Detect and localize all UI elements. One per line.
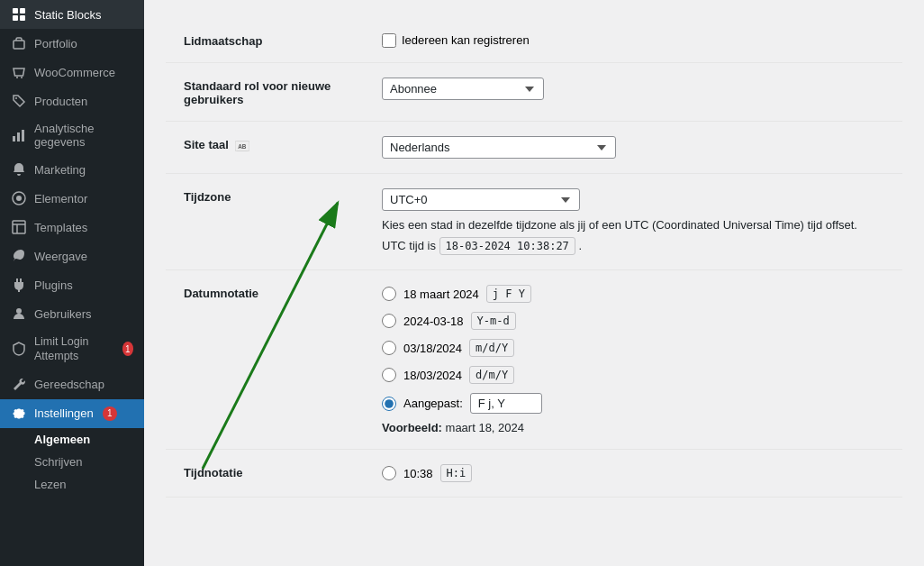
radio-datum-3[interactable] (382, 368, 396, 382)
label-site-taal: Site taal AB (184, 136, 382, 151)
grid-icon (11, 6, 27, 23)
datum-preview: Voorbeeld: maart 18, 2024 (382, 421, 884, 434)
radio-datum-1[interactable] (382, 314, 396, 328)
bag-icon (11, 64, 27, 80)
svg-rect-2 (13, 15, 18, 21)
user-icon (11, 306, 27, 322)
svg-point-19 (16, 308, 22, 314)
sidebar-label: Weergave (34, 250, 87, 263)
checkbox-label-lidmaatschap[interactable]: Iedereen kan registreren (382, 33, 884, 48)
custom-date-input[interactable] (470, 393, 542, 414)
radio-datum-custom[interactable] (382, 397, 396, 411)
badge-limit-login: 1 (122, 342, 133, 356)
label-tijdnotatie: Tijdnotatie (184, 464, 382, 479)
radio-tijd-0[interactable] (382, 466, 396, 480)
wrench-icon (11, 377, 27, 393)
radio-item-datum-0: 18 maart 2024 j F Y (382, 285, 884, 303)
row-datumnotatie: Datumnotatie 18 maart 2024 j F Y 2024-03… (166, 270, 902, 450)
sidebar-item-woocommerce[interactable]: WooCommerce (0, 58, 144, 87)
shield-icon (11, 341, 27, 357)
bell-icon (11, 161, 27, 178)
radio-item-datum-3: 18/03/2024 d/m/Y (382, 366, 884, 384)
sidebar-label: Gereedschap (34, 378, 104, 391)
sidebar-sub-algemeen[interactable]: Algemeen (0, 428, 144, 451)
brush-icon (11, 248, 27, 264)
control-datumnotatie: 18 maart 2024 j F Y 2024-03-18 Y-m-d 03/… (382, 285, 884, 434)
sidebar-sub-schrijven[interactable]: Schrijven (0, 451, 144, 473)
preview-value: maart 18, 2024 (446, 421, 524, 434)
svg-rect-8 (13, 136, 15, 142)
radio-datum-0[interactable] (382, 287, 396, 301)
svg-point-12 (16, 196, 22, 201)
sidebar-sub-lezen[interactable]: Lezen (0, 473, 144, 496)
label-standaard-rol: Standaard rol voor nieuwe gebruikers (184, 78, 382, 106)
sidebar: Static Blocks Portfolio WooCommerce Prod… (0, 0, 144, 566)
format-code-datum-1: Y-m-d (471, 312, 516, 330)
sidebar-item-plugins[interactable]: Plugins (0, 270, 144, 299)
svg-point-5 (16, 77, 18, 78)
sidebar-item-templates[interactable]: Templates (0, 213, 144, 242)
sidebar-item-instellingen[interactable]: Instellingen 1 (0, 399, 144, 428)
control-site-taal: Nederlands English Deutsch Français (382, 136, 884, 159)
sidebar-label: Plugins (34, 278, 73, 292)
utc-label: UTC tijd is (382, 239, 436, 252)
svg-rect-4 (14, 41, 24, 49)
svg-rect-16 (16, 278, 18, 282)
svg-rect-9 (17, 132, 20, 142)
sidebar-item-portfolio[interactable]: Portfolio (0, 29, 144, 58)
content-wrapper: Lidmaatschap Iedereen kan registreren St… (144, 0, 924, 566)
sidebar-item-limit-login[interactable]: Limit Login Attempts 1 (0, 328, 144, 370)
utc-value: 18-03-2024 10:38:27 (439, 237, 575, 255)
gear-icon (11, 406, 27, 422)
sidebar-item-static-blocks[interactable]: Static Blocks (0, 0, 144, 29)
preview-label: Voorbeeld: (382, 421, 442, 434)
svg-rect-13 (13, 221, 25, 233)
sidebar-item-elementor[interactable]: Elementor (0, 184, 144, 213)
svg-point-6 (21, 77, 23, 78)
sidebar-label: Instellingen (34, 406, 94, 420)
radio-label-datum-1: 2024-03-18 (403, 315, 464, 328)
svg-rect-18 (18, 289, 20, 292)
row-tijdnotatie: Tijdnotatie 10:38 H:i (166, 450, 902, 498)
radio-group-tijd: 10:38 H:i (382, 464, 884, 482)
row-lidmaatschap: Lidmaatschap Iedereen kan registreren (166, 18, 902, 63)
label-datumnotatie: Datumnotatie (184, 285, 382, 300)
sidebar-item-gereedschap[interactable]: Gereedschap (0, 370, 144, 399)
utc-suffix: . (578, 239, 582, 252)
select-standaard-rol[interactable]: Abonnee Inzender Auteur Redacteur Beheer… (382, 78, 544, 100)
sidebar-label: WooCommerce (34, 66, 115, 79)
sidebar-item-analytische[interactable]: Analytische gegevens (0, 115, 144, 155)
sidebar-label: Static Blocks (34, 8, 101, 22)
sidebar-item-gebruikers[interactable]: Gebruikers (0, 299, 144, 328)
checkbox-lidmaatschap[interactable] (382, 33, 396, 48)
site-taal-icon: AB (235, 138, 249, 151)
control-tijdzone: UTC+0 UTC+1 UTC+2 UTC-1 UTC-5 Kies een s… (382, 188, 884, 255)
radio-datum-2[interactable] (382, 341, 396, 355)
sidebar-label: Templates (34, 221, 87, 234)
control-lidmaatschap: Iedereen kan registreren (382, 33, 884, 48)
sidebar-label: Limit Login Attempts (34, 334, 113, 364)
utc-time-row: UTC tijd is 18-03-2024 10:38:27 . (382, 237, 884, 255)
checkbox-text-lidmaatschap: Iedereen kan registreren (402, 33, 530, 47)
svg-rect-0 (13, 8, 18, 14)
sidebar-label: Producten (34, 95, 87, 108)
svg-rect-10 (22, 130, 24, 142)
svg-rect-3 (20, 15, 25, 21)
sidebar-label: Gebruikers (34, 307, 92, 321)
sidebar-item-marketing[interactable]: Marketing (0, 155, 144, 184)
tag-icon (11, 93, 27, 109)
sidebar-item-producten[interactable]: Producten (0, 87, 144, 115)
select-tijdzone[interactable]: UTC+0 UTC+1 UTC+2 UTC-1 UTC-5 (382, 188, 580, 211)
select-site-taal[interactable]: Nederlands English Deutsch Français (382, 136, 616, 159)
radio-item-datum-custom: Aangepast: (382, 393, 884, 414)
label-tijdzone: Tijdzone (184, 188, 382, 204)
svg-point-7 (15, 97, 17, 99)
sidebar-label: Portfolio (34, 37, 77, 50)
control-tijdnotatie: 10:38 H:i (382, 464, 884, 482)
radio-label-datum-3: 18/03/2024 (403, 369, 462, 382)
briefcase-icon (11, 35, 27, 51)
sidebar-item-weergave[interactable]: Weergave (0, 242, 144, 270)
layout-icon (11, 219, 27, 235)
radio-label-tijd-0: 10:38 (403, 467, 433, 480)
sidebar-label: Elementor (34, 192, 87, 205)
